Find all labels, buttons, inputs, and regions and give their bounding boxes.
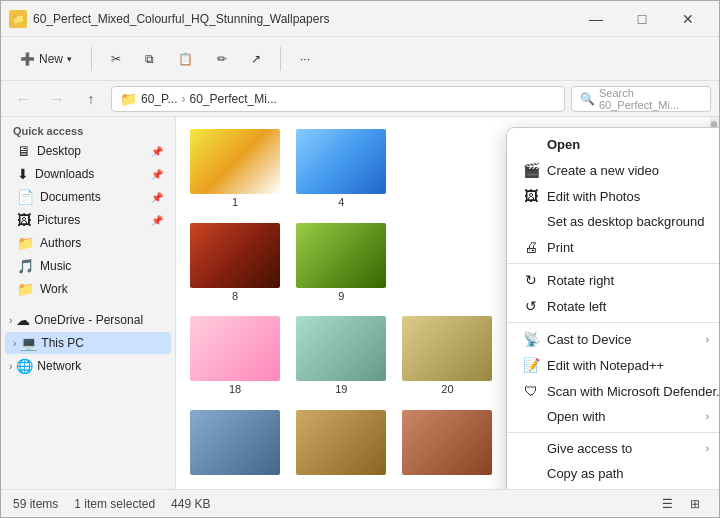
- address-path[interactable]: 📁 60_P... › 60_Perfect_Mi...: [111, 86, 565, 112]
- sidebar-item-network[interactable]: › 🌐 Network: [1, 355, 175, 377]
- file-label-19: 19: [335, 383, 347, 395]
- forward-button[interactable]: →: [43, 85, 71, 113]
- file-item-20[interactable]: 20: [396, 312, 498, 402]
- folder-icon-small: 📁: [120, 91, 137, 107]
- ctx-defender[interactable]: 🛡 Scan with Microsoft Defender...: [507, 378, 719, 404]
- paste-button[interactable]: 📋: [169, 47, 202, 71]
- window-title: 60_Perfect_Mixed_Colourful_HQ_Stunning_W…: [33, 12, 573, 26]
- list-view-button[interactable]: ☰: [655, 492, 679, 516]
- onedrive-icon: ☁: [16, 312, 30, 328]
- rotate-right-icon: ↻: [523, 272, 539, 288]
- network-icon: 🌐: [16, 358, 33, 374]
- ctx-open-with[interactable]: Open with ›: [507, 404, 719, 429]
- chevron-icon: ›: [9, 315, 12, 326]
- file-label-1: 1: [232, 196, 238, 208]
- documents-icon: 📄: [17, 189, 34, 205]
- arrow-icon-2: ›: [706, 411, 709, 422]
- file-area: 1 4 12 8 9: [176, 117, 719, 489]
- ctx-print[interactable]: 🖨 Print: [507, 234, 719, 260]
- chevron-icon-3: ›: [9, 361, 12, 372]
- back-button[interactable]: ←: [9, 85, 37, 113]
- new-button[interactable]: ➕ New ▾: [11, 47, 81, 71]
- file-label-18: 18: [229, 383, 241, 395]
- file-item-8[interactable]: 8: [184, 219, 286, 309]
- path-segment-2[interactable]: 60_Perfect_Mi...: [189, 92, 276, 106]
- file-item-19[interactable]: 19: [290, 312, 392, 402]
- ctx-create-video[interactable]: 🎬 Create a new video: [507, 157, 719, 183]
- desktop-icon: 🖥: [17, 143, 31, 159]
- ctx-desktop-bg[interactable]: Set as desktop background: [507, 209, 719, 234]
- cut-button[interactable]: ✂: [102, 47, 130, 71]
- ctx-rotate-right[interactable]: ↻ Rotate right: [507, 267, 719, 293]
- music-icon: 🎵: [17, 258, 34, 274]
- file-item-18[interactable]: 18: [184, 312, 286, 402]
- folder-icon: 📁: [9, 10, 27, 28]
- downloads-icon: ⬇: [17, 166, 29, 182]
- minimize-button[interactable]: —: [573, 3, 619, 35]
- pin-icon-3: 📌: [151, 192, 163, 203]
- file-label-20: 20: [441, 383, 453, 395]
- sidebar: Quick access 🖥 Desktop 📌 ⬇ Downloads 📌 📄…: [1, 117, 176, 489]
- ctx-separator-3: [507, 432, 719, 433]
- sidebar-item-desktop[interactable]: 🖥 Desktop 📌: [5, 140, 171, 162]
- arrow-icon-1: ›: [706, 334, 709, 345]
- sidebar-item-onedrive[interactable]: › ☁ OneDrive - Personal: [1, 309, 175, 331]
- ctx-rotate-left[interactable]: ↺ Rotate left: [507, 293, 719, 319]
- selection-info: 1 item selected: [74, 497, 155, 511]
- ctx-share[interactable]: ↗ Share: [507, 486, 719, 489]
- file-item-bottom3[interactable]: [396, 406, 498, 482]
- file-item-bottom1[interactable]: [184, 406, 286, 482]
- up-button[interactable]: ↑: [77, 85, 105, 113]
- file-explorer-window: 📁 60_Perfect_Mixed_Colourful_HQ_Stunning…: [0, 0, 720, 518]
- ctx-open[interactable]: Open: [507, 132, 719, 157]
- defender-icon: 🛡: [523, 383, 539, 399]
- new-icon: ➕: [20, 52, 35, 66]
- sidebar-item-this-pc[interactable]: › 💻 This PC: [5, 332, 171, 354]
- share-button[interactable]: ↗: [242, 47, 270, 71]
- print-icon: 🖨: [523, 239, 539, 255]
- sidebar-item-documents[interactable]: 📄 Documents 📌: [5, 186, 171, 208]
- ctx-copy-path[interactable]: Copy as path: [507, 461, 719, 486]
- rename-button[interactable]: ✏: [208, 47, 236, 71]
- sidebar-item-work[interactable]: 📁 Work: [5, 278, 171, 300]
- thumbnail-20: [402, 316, 492, 381]
- sidebar-item-music[interactable]: 🎵 Music: [5, 255, 171, 277]
- pictures-icon: 🖼: [17, 212, 31, 228]
- ctx-notepadpp[interactable]: 📝 Edit with Notepad++: [507, 352, 719, 378]
- share-icon: ↗: [251, 52, 261, 66]
- quick-access-label: Quick access: [1, 121, 175, 139]
- ctx-edit-photos[interactable]: 🖼 Edit with Photos: [507, 183, 719, 209]
- maximize-button[interactable]: □: [619, 3, 665, 35]
- chevron-icon-2: ›: [13, 338, 16, 349]
- thumbnail-4: [296, 129, 386, 194]
- this-pc-icon: 💻: [20, 335, 37, 351]
- thumbnail-18: [190, 316, 280, 381]
- pin-icon-4: 📌: [151, 215, 163, 226]
- grid-view-button[interactable]: ⊞: [683, 492, 707, 516]
- status-bar: 59 items 1 item selected 449 KB ☰ ⊞: [1, 489, 719, 517]
- file-item-1[interactable]: 1: [184, 125, 286, 215]
- cut-icon: ✂: [111, 52, 121, 66]
- ctx-give-access[interactable]: Give access to ›: [507, 436, 719, 461]
- notepad-icon: 📝: [523, 357, 539, 373]
- sidebar-item-authors[interactable]: 📁 Authors: [5, 232, 171, 254]
- close-button[interactable]: ✕: [665, 3, 711, 35]
- main-content: Quick access 🖥 Desktop 📌 ⬇ Downloads 📌 📄…: [1, 117, 719, 489]
- item-count: 59 items: [13, 497, 58, 511]
- path-segment-1[interactable]: 60_P...: [141, 92, 177, 106]
- more-button[interactable]: ···: [291, 47, 319, 71]
- copy-button[interactable]: ⧉: [136, 47, 163, 71]
- file-item-4[interactable]: 4: [290, 125, 392, 215]
- search-box[interactable]: 🔍 Search 60_Perfect_Mi...: [571, 86, 711, 112]
- file-item-9[interactable]: 9: [290, 219, 392, 309]
- rotate-left-icon: ↺: [523, 298, 539, 314]
- sidebar-item-downloads[interactable]: ⬇ Downloads 📌: [5, 163, 171, 185]
- arrow-icon-3: ›: [706, 443, 709, 454]
- file-label-9: 9: [338, 290, 344, 302]
- file-item-bottom2[interactable]: [290, 406, 392, 482]
- more-icon: ···: [300, 52, 310, 66]
- ctx-cast[interactable]: 📡 Cast to Device ›: [507, 326, 719, 352]
- pin-icon: 📌: [151, 146, 163, 157]
- sidebar-item-pictures[interactable]: 🖼 Pictures 📌: [5, 209, 171, 231]
- work-icon: 📁: [17, 281, 34, 297]
